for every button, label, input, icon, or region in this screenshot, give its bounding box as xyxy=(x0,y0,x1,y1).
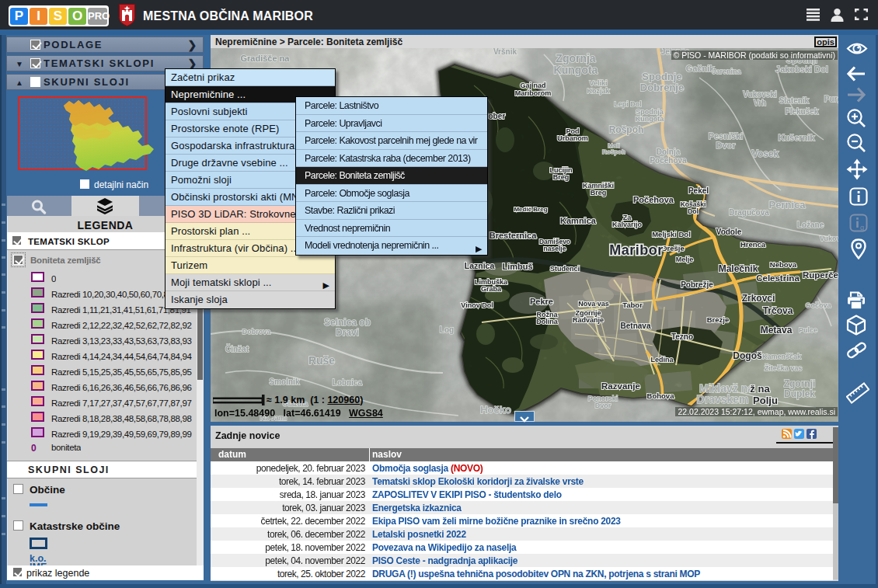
svg-text:Zgornja: Zgornja xyxy=(556,52,596,64)
svg-text:Flekušek: Flekušek xyxy=(786,107,819,116)
svg-text:Pekre: Pekre xyxy=(530,297,553,306)
svg-text:Tabor: Tabor xyxy=(622,301,643,309)
svg-text:Počehova: Počehova xyxy=(650,156,687,165)
svg-text:Dobrova: Dobrova xyxy=(242,328,272,336)
svg-text:Bohova: Bohova xyxy=(647,391,675,400)
svg-text:Spodnje: Spodnje xyxy=(642,71,681,82)
svg-text:Dolnja: Dolnja xyxy=(657,148,681,156)
svg-text:Hočko: Hočko xyxy=(480,404,511,416)
svg-text:Kalvarijo: Kalvarijo xyxy=(612,221,643,228)
svg-text:Dobrenje: Dobrenje xyxy=(640,82,684,93)
svg-text:Pernica: Pernica xyxy=(769,199,807,210)
svg-text:Kamnica: Kamnica xyxy=(560,216,597,225)
svg-text:Kušernik: Kušernik xyxy=(778,133,815,142)
svg-text:g: g xyxy=(860,224,864,231)
svg-text:Pekel: Pekel xyxy=(688,186,709,195)
svg-text:Vukovski: Vukovski xyxy=(743,90,777,99)
svg-text:Razvanje: Razvanje xyxy=(601,381,640,391)
svg-text:Jakobski Dol: Jakobski Dol xyxy=(775,64,828,74)
svg-text:Brezje: Brezje xyxy=(707,315,730,324)
svg-text:Nebova: Nebova xyxy=(770,260,797,269)
svg-text:Malečnik: Malečnik xyxy=(719,263,758,274)
svg-text:Laznica: Laznica xyxy=(465,261,495,270)
svg-text:Gačnik: Gačnik xyxy=(686,64,716,73)
svg-text:Rošpoh: Rošpoh xyxy=(602,148,625,155)
svg-text:Vodole: Vodole xyxy=(716,228,742,236)
svg-text:Vršnik: Vršnik xyxy=(493,48,517,56)
svg-text:Tezno: Tezno xyxy=(671,332,693,341)
svg-text:Meljski Dol: Meljski Dol xyxy=(652,230,691,238)
svg-text:Dravskem: Dravskem xyxy=(697,393,749,405)
svg-text:Počehova: Počehova xyxy=(633,195,674,204)
svg-text:Dolina: Dolina xyxy=(536,318,558,325)
svg-text:Jarenina: Jarenina xyxy=(712,68,741,75)
svg-text:Dvor: Dvor xyxy=(716,141,736,150)
svg-text:Gradišče na: Gradišče na xyxy=(241,54,291,63)
svg-text:Lobnica: Lobnica xyxy=(333,378,363,387)
svg-text:Zgornji: Zgornji xyxy=(784,378,816,389)
svg-text:Breg: Breg xyxy=(591,189,607,197)
svg-text:Selnica ob: Selnica ob xyxy=(324,317,371,328)
svg-text:Ledina: Ledina xyxy=(650,356,674,364)
svg-text:Metava: Metava xyxy=(761,325,793,336)
svg-text:Kungota: Kungota xyxy=(554,64,598,76)
svg-text:Nova vas: Nova vas xyxy=(578,300,609,308)
svg-text:Purga: Purga xyxy=(824,95,838,103)
svg-text:Maribor: Maribor xyxy=(609,242,664,258)
svg-text:Veliki: Veliki xyxy=(589,79,607,87)
svg-text:Dragučova: Dragučova xyxy=(729,208,769,217)
svg-text:Orešje: Orešje xyxy=(661,244,685,252)
svg-text:Trčova: Trčova xyxy=(763,305,793,316)
svg-text:Pulce: Pulce xyxy=(799,326,817,334)
svg-text:Breg: Breg xyxy=(553,173,570,181)
svg-text:Duplek: Duplek xyxy=(784,388,815,399)
svg-text:Vinov Dol: Vinov Dol xyxy=(461,301,493,309)
svg-text:Log: Log xyxy=(440,325,454,334)
svg-text:Zrkovci: Zrkovci xyxy=(742,293,775,304)
svg-text:Pesniški: Pesniški xyxy=(709,131,744,141)
svg-text:Žitečka vas: Žitečka vas xyxy=(765,364,803,372)
svg-text:Medič Breg: Medič Breg xyxy=(514,206,547,213)
svg-text:Pobrežje: Pobrežje xyxy=(681,280,713,289)
svg-text:naselje: naselje xyxy=(544,245,566,252)
svg-text:Ruperče: Ruperče xyxy=(803,270,838,280)
svg-text:Činžat: Činžat xyxy=(225,344,249,353)
svg-text:Bresternica: Bresternica xyxy=(490,231,537,240)
svg-text:Rošpoh: Rošpoh xyxy=(609,124,644,135)
svg-text:Mariborom: Mariborom xyxy=(515,89,552,97)
svg-text:Betnava: Betnava xyxy=(621,322,651,330)
svg-text:Ruše: Ruše xyxy=(308,354,335,367)
svg-text:Hrenca: Hrenca xyxy=(740,240,766,249)
svg-text:Celestrina: Celestrina xyxy=(756,273,800,283)
svg-text:Polju: Polju xyxy=(753,395,778,406)
svg-text:Dravi: Dravi xyxy=(336,327,359,338)
svg-text:Melje: Melje xyxy=(676,256,694,263)
svg-text:Vukovje: Vukovje xyxy=(820,235,838,242)
svg-text:Vrh: Vrh xyxy=(754,99,766,107)
svg-text:Kozjak: Kozjak xyxy=(587,87,610,95)
svg-text:Kamenščak: Kamenščak xyxy=(762,353,802,360)
svg-text:Dvor: Dvor xyxy=(595,402,611,409)
svg-text:Kungota: Kungota xyxy=(636,115,664,123)
svg-text:Radvanje: Radvanje xyxy=(573,316,604,324)
svg-text:Limbuš: Limbuš xyxy=(502,262,532,271)
svg-text:Graba: Graba xyxy=(481,285,502,293)
svg-text:Dogoš: Dogoš xyxy=(733,350,762,361)
svg-text:Urbanom: Urbanom xyxy=(557,134,588,142)
svg-text:Gočova: Gočova xyxy=(805,301,831,309)
svg-text:Ložane: Ložane xyxy=(797,221,824,229)
svg-text:Slatenik: Slatenik xyxy=(779,96,810,105)
svg-text:Gaj nad: Gaj nad xyxy=(520,82,545,89)
svg-text:Vosek: Vosek xyxy=(752,148,779,159)
svg-text:Studenci: Studenci xyxy=(550,265,580,273)
svg-text:Dol: Dol xyxy=(688,207,699,215)
svg-text:Lepi Dol: Lepi Dol xyxy=(614,100,642,108)
svg-text:ž na: ž na xyxy=(750,383,770,395)
svg-text:Smolnik: Smolnik xyxy=(270,378,300,386)
